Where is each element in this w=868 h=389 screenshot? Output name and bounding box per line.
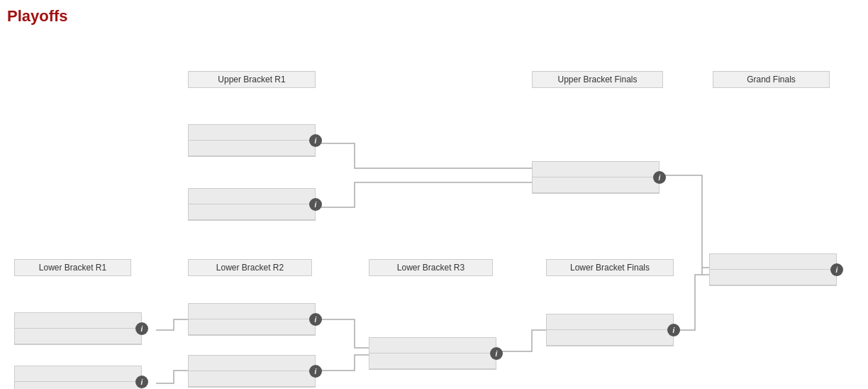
lower-finals-team2 xyxy=(547,330,673,346)
upper-r1-match1-info[interactable]: i xyxy=(309,134,322,147)
upper-finals-info[interactable]: i xyxy=(653,171,666,184)
lower-r2-match2-team2 xyxy=(189,371,315,387)
grand-finals-info[interactable]: i xyxy=(830,263,843,276)
lower-r2-match1-team1 xyxy=(189,304,315,319)
lower-r3-info[interactable]: i xyxy=(490,347,503,360)
page-title: Playoffs xyxy=(7,7,861,26)
lower-r1-match1-team2 xyxy=(15,329,141,344)
lower-r3-team2 xyxy=(369,354,496,369)
grand-finals-match: i xyxy=(709,253,837,286)
upper-r1-match2-team1 xyxy=(189,189,315,204)
grand-finals-team2 xyxy=(710,270,836,285)
header-lower-finals: Lower Bracket Finals xyxy=(546,259,674,276)
upper-r1-match1: i xyxy=(188,124,316,157)
grand-finals-team1 xyxy=(710,254,836,270)
lower-finals-info[interactable]: i xyxy=(667,324,680,336)
upper-finals-team2 xyxy=(533,177,659,193)
lower-r3-team1 xyxy=(369,338,496,354)
lower-r2-match1-team2 xyxy=(189,319,315,335)
upper-r1-match2-info[interactable]: i xyxy=(309,198,322,211)
header-upper-finals: Upper Bracket Finals xyxy=(532,71,663,88)
lower-r1-match1-info[interactable]: i xyxy=(135,322,148,335)
lower-r2-match1: i xyxy=(188,303,316,336)
bracket-container: Upper Bracket R1 Upper Bracket Finals Gr… xyxy=(7,35,858,389)
upper-r1-match1-team2 xyxy=(189,141,315,156)
upper-r1-match2-team2 xyxy=(189,204,315,220)
header-lower-r1: Lower Bracket R1 xyxy=(14,259,131,276)
header-upper-r1: Upper Bracket R1 xyxy=(188,71,316,88)
lower-r1-match2-team2 xyxy=(15,382,141,389)
header-lower-r3: Lower Bracket R3 xyxy=(369,259,493,276)
lower-finals-match: i xyxy=(546,314,674,346)
header-lower-r2: Lower Bracket R2 xyxy=(188,259,312,276)
lower-r2-match2-team1 xyxy=(189,356,315,371)
upper-finals-team1 xyxy=(533,162,659,177)
upper-finals-match: i xyxy=(532,161,660,194)
header-grand-finals: Grand Finals xyxy=(713,71,830,88)
lower-r2-match1-info[interactable]: i xyxy=(309,313,322,326)
lower-r1-match2-team1 xyxy=(15,366,141,382)
lower-r2-match2: i xyxy=(188,355,316,388)
lower-finals-team1 xyxy=(547,314,673,330)
lower-r3-match: i xyxy=(369,337,496,370)
lower-r2-match2-info[interactable]: i xyxy=(309,365,322,378)
lower-r1-match1: i xyxy=(14,312,142,345)
lower-r1-match2-info[interactable]: i xyxy=(135,376,148,388)
upper-r1-match2: i xyxy=(188,188,316,221)
lower-r1-match1-team1 xyxy=(15,313,141,329)
upper-r1-match1-team1 xyxy=(189,125,315,141)
lower-r1-match2: i xyxy=(14,366,142,389)
